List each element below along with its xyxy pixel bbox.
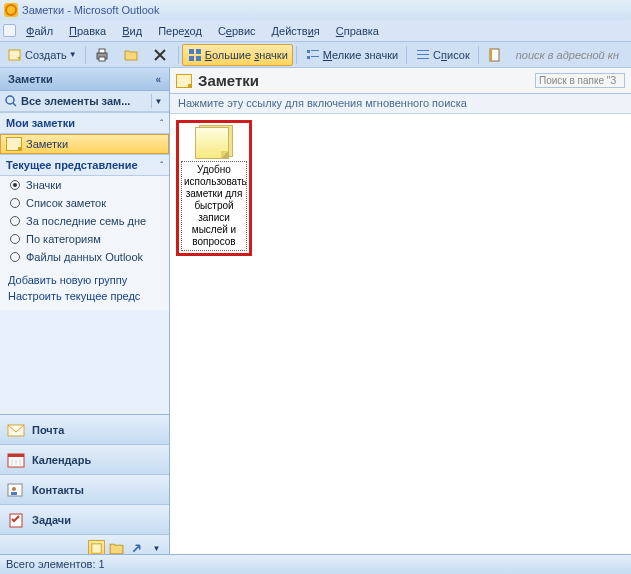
calendar-icon [6, 451, 26, 469]
list-button[interactable]: Список [410, 44, 475, 66]
nav-pane-header: Заметки « [0, 68, 169, 91]
nav-contacts[interactable]: Контакты [0, 475, 169, 505]
separator [178, 46, 179, 64]
note-icon [6, 137, 22, 151]
nav-contacts-label: Контакты [32, 484, 84, 496]
menubar: ФФайлайл Правка Вид Переход Сервис Дейст… [0, 20, 631, 42]
main-area: Заметки Поиск в папке "З Нажмите эту ссы… [170, 68, 631, 561]
contacts-icon [6, 481, 26, 499]
search-icon [4, 94, 18, 108]
separator [478, 46, 479, 64]
collapse-chevron-icon[interactable]: « [155, 74, 161, 85]
mail-icon [6, 421, 26, 439]
nav-calendar[interactable]: Календарь [0, 445, 169, 475]
svg-point-26 [12, 487, 16, 491]
svg-rect-16 [490, 49, 492, 61]
address-book-icon [487, 47, 503, 63]
my-notes-header[interactable]: Мои заметки ˆ [0, 112, 169, 134]
menu-view[interactable]: Вид [114, 22, 150, 40]
new-note-icon [7, 47, 23, 63]
menu-tools[interactable]: Сервис [210, 22, 264, 40]
view-option-category[interactable]: По категориям [0, 230, 169, 248]
link-customize-view[interactable]: Настроить текущее предс [8, 288, 161, 304]
new-button-label: Создать [25, 49, 67, 61]
current-view-label: Текущее представление [6, 159, 138, 171]
current-view-header[interactable]: Текущее представление ˆ [0, 154, 169, 176]
new-button[interactable]: Создать ▼ [2, 44, 82, 66]
items-area: Удобно использовать заметки для быстрой … [170, 114, 631, 561]
nav-tasks[interactable]: Задачи [0, 505, 169, 535]
collapse-icon: ˆ [160, 118, 163, 128]
list-label: Список [433, 49, 470, 61]
svg-rect-13 [417, 54, 429, 55]
my-notes-label: Мои заметки [6, 117, 75, 129]
my-notes-body: Заметки [0, 134, 169, 154]
svg-rect-11 [311, 56, 319, 57]
chevron-down-icon[interactable]: ▼ [151, 94, 165, 108]
menu-edit[interactable]: Правка [61, 22, 114, 40]
print-icon [94, 47, 110, 63]
large-icons-label: Большие значки [205, 49, 288, 61]
note-item[interactable]: Удобно использовать заметки для быстрой … [176, 120, 252, 256]
svg-rect-9 [311, 50, 319, 51]
window-title: Заметки - Microsoft Outlook [22, 4, 159, 16]
office-button-icon[interactable] [3, 24, 16, 37]
svg-rect-14 [417, 58, 429, 59]
separator [406, 46, 407, 64]
address-search-placeholder: поиск в адресной кн [516, 49, 619, 61]
menu-file[interactable]: ФФайлайл [18, 22, 61, 40]
view-option-icons[interactable]: Значки [0, 176, 169, 194]
svg-rect-28 [10, 514, 22, 527]
menu-actions[interactable]: Действия [264, 22, 328, 40]
status-bar: Всего элементов: 1 [0, 554, 631, 574]
print-button[interactable] [89, 44, 117, 66]
note-text: Удобно использовать заметки для быстрой … [181, 161, 247, 251]
radio-icon [10, 216, 20, 226]
view-option-last7[interactable]: За последние семь дне [0, 212, 169, 230]
svg-rect-2 [99, 49, 105, 53]
nav-mail-label: Почта [32, 424, 64, 436]
address-book-button[interactable] [482, 44, 510, 66]
collapse-icon: ˆ [160, 160, 163, 170]
nav-pane-title: Заметки [8, 73, 53, 85]
instant-search-link[interactable]: Нажмите эту ссылку для включения мгновен… [170, 94, 631, 114]
svg-line-18 [13, 103, 16, 106]
large-icons-button[interactable]: Большие значки [182, 44, 293, 66]
menu-go[interactable]: Переход [150, 22, 210, 40]
navigation-pane: Заметки « Все элементы зам... ▼ Мои заме… [0, 68, 170, 561]
svg-rect-21 [8, 454, 24, 457]
svg-rect-4 [189, 49, 194, 54]
sidebar-spacer [0, 310, 169, 414]
folder-header: Заметки Поиск в папке "З [170, 68, 631, 94]
folder-title: Заметки [198, 72, 529, 89]
svg-rect-0 [9, 50, 20, 60]
sidebar-item-notes[interactable]: Заметки [0, 134, 169, 154]
small-icons-button[interactable]: Мелкие значки [300, 44, 403, 66]
svg-rect-6 [189, 56, 194, 61]
svg-rect-3 [99, 57, 105, 61]
menu-help[interactable]: Справка [328, 22, 387, 40]
radio-icon [10, 198, 20, 208]
item-count: Всего элементов: 1 [6, 558, 105, 570]
svg-rect-7 [196, 56, 201, 61]
svg-rect-5 [196, 49, 201, 54]
note-icon [176, 74, 192, 88]
view-option-list[interactable]: Список заметок [0, 194, 169, 212]
nav-mail[interactable]: Почта [0, 415, 169, 445]
svg-rect-8 [307, 50, 310, 53]
radio-icon [10, 180, 20, 190]
move-button[interactable] [118, 44, 146, 66]
view-option-datafiles[interactable]: Файлы данных Outlook [0, 248, 169, 266]
notes-label: Заметки [26, 138, 68, 150]
folder-search-input[interactable]: Поиск в папке "З [535, 73, 625, 88]
link-add-group[interactable]: Добавить новую группу [8, 272, 161, 288]
svg-rect-29 [92, 543, 101, 552]
body: Заметки « Все элементы зам... ▼ Мои заме… [0, 68, 631, 561]
separator [85, 46, 86, 64]
toolbar: Создать ▼ Большие значки Мелкие значки С… [0, 42, 631, 68]
nav-tasks-label: Задачи [32, 514, 71, 526]
delete-button[interactable] [147, 44, 175, 66]
dropdown-icon: ▼ [69, 50, 77, 59]
filter-dropdown[interactable]: Все элементы зам... ▼ [0, 91, 169, 112]
address-search[interactable]: поиск в адресной кн [511, 44, 629, 66]
